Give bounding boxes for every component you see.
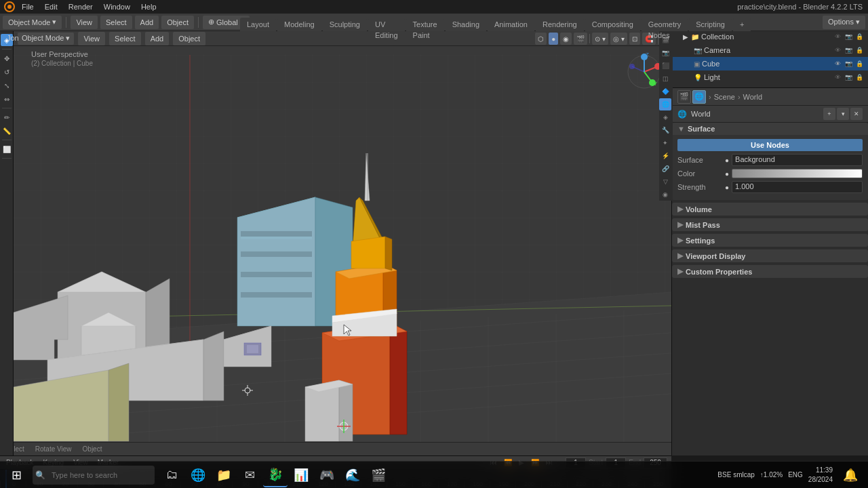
tool-measure[interactable]: 📏 <box>1 125 13 137</box>
taskbar-notifications[interactable]: 🔔 <box>838 463 863 487</box>
rpt-physics[interactable]: ⚡ <box>659 150 671 162</box>
rpt-world[interactable]: 🌐 <box>659 98 671 110</box>
taskbar-edge[interactable]: 🌐 <box>186 463 210 487</box>
outliner-item-cube[interactable]: ▣ Cube 👁 📷 🔒 <box>672 57 868 70</box>
taskbar-premiere[interactable]: 🎬 <box>366 463 391 487</box>
tab-shading[interactable]: Shading <box>446 18 486 31</box>
rpt-view-layer[interactable]: ◫ <box>659 73 671 85</box>
camera-lock[interactable]: 🔒 <box>854 45 864 55</box>
tab-uv-editing[interactable]: UV Editing <box>368 18 405 31</box>
menu-window[interactable]: Window <box>98 0 136 14</box>
rpt-render[interactable]: 📷 <box>659 47 671 59</box>
outliner-item-camera[interactable]: 📷 Camera 👁 📷 🔒 <box>672 43 868 57</box>
tool-rotate[interactable]: ↺ <box>1 66 13 78</box>
vp-select-menu[interactable]: Select <box>109 32 141 45</box>
world-browse[interactable]: ▾ <box>837 108 849 120</box>
surface-section-header[interactable]: ▼ Surface <box>672 123 868 135</box>
vp-render-btn[interactable]: 🎬 <box>574 33 587 45</box>
mist-pass-header[interactable]: ▶ Mist Pass <box>672 218 868 231</box>
settings-section-header[interactable]: ▶ Settings <box>672 234 868 247</box>
orientation-gizmo[interactable]: X Y Z <box>624 52 665 92</box>
rpt-output[interactable]: ⬛ <box>659 60 671 72</box>
collection-cam[interactable]: 📷 <box>844 32 853 41</box>
rpt-data[interactable]: ▽ <box>659 176 671 188</box>
volume-section-header[interactable]: ▶ Volume <box>672 203 868 216</box>
vp-gizmo-btn[interactable]: ◎ ▾ <box>610 33 627 45</box>
world-new[interactable]: + <box>823 108 835 120</box>
tool-transform[interactable]: ⇔ <box>1 93 13 105</box>
tab-add[interactable]: + <box>733 18 751 31</box>
tab-modeling[interactable]: Modeling <box>277 18 321 31</box>
props-scroll[interactable]: ▼ Surface Use Nodes Surface ● Background… <box>672 123 868 455</box>
camera-cam[interactable]: 📷 <box>844 45 853 55</box>
taskbar-files[interactable]: 📁 <box>212 463 236 487</box>
light-lock[interactable]: 🔒 <box>854 73 864 82</box>
rpt-object[interactable]: ◈ <box>659 111 671 123</box>
rpt-particles[interactable]: ✦ <box>659 137 671 149</box>
viewport-3d[interactable]: Object Mode ▾ View Select Add Object ⬡ ●… <box>14 31 671 455</box>
strength-value[interactable]: 1.000 <box>732 181 863 193</box>
tab-layout[interactable]: Layout <box>240 18 276 31</box>
tool-annotate[interactable]: ✏ <box>1 111 13 123</box>
cube-eye[interactable]: 👁 <box>833 59 842 68</box>
outliner-item-light[interactable]: 💡 Light 👁 📷 🔒 <box>672 70 868 84</box>
tool-scale[interactable]: ⤡ <box>1 79 13 92</box>
tab-sculpting[interactable]: Sculpting <box>323 18 367 31</box>
toolbar-view[interactable]: View <box>71 16 98 29</box>
vp-material-btn[interactable]: ◉ <box>560 33 572 45</box>
use-nodes-btn[interactable]: Use Nodes <box>677 139 863 151</box>
tab-scripting[interactable]: Scripting <box>689 18 732 31</box>
rpt-modifier[interactable]: 🔧 <box>659 124 671 136</box>
cube-cam[interactable]: 📷 <box>844 59 853 68</box>
vp-wire-btn[interactable]: ⬡ <box>535 33 547 45</box>
tool-move[interactable]: ✥ <box>1 52 13 64</box>
tab-geometry-nodes[interactable]: Geometry Nodes <box>642 18 688 31</box>
toolbar-select[interactable]: Select <box>100 16 132 29</box>
props-icon-scene[interactable]: 🎬 <box>677 90 691 104</box>
menu-render[interactable]: Render <box>63 0 98 14</box>
collection-eye[interactable]: 👁 <box>833 32 842 41</box>
props-icon-world[interactable]: 🌐 <box>692 90 706 104</box>
light-eye[interactable]: 👁 <box>833 73 842 82</box>
cube-lock[interactable]: 🔒 <box>854 59 864 68</box>
world-unlink[interactable]: ✕ <box>850 108 863 120</box>
rpt-constraints[interactable]: 🔗 <box>659 163 671 175</box>
toolbar-add[interactable]: Add <box>135 16 159 29</box>
taskbar-photoshop[interactable]: 🌊 <box>340 463 365 487</box>
vp-add-menu[interactable]: Add <box>145 32 170 45</box>
collection-lock[interactable]: 🔒 <box>854 32 864 41</box>
vp-object-menu[interactable]: Object <box>173 32 205 45</box>
vp-view-menu[interactable]: View <box>78 32 105 45</box>
viewport-display-header[interactable]: ▶ Viewport Display <box>672 249 868 262</box>
camera-eye[interactable]: 👁 <box>833 45 842 55</box>
taskbar-excel[interactable]: 📊 <box>289 463 313 487</box>
surface-value[interactable]: Background <box>732 154 863 166</box>
taskbar-blender[interactable]: 🐉 <box>263 463 288 487</box>
tool-add-cube[interactable]: ⬜ <box>1 143 13 155</box>
custom-props-header[interactable]: ▶ Custom Properties <box>672 265 868 278</box>
vp-overlay-btn[interactable]: ⊙ ▾ <box>592 33 608 45</box>
taskbar-email[interactable]: ✉ <box>237 463 262 487</box>
taskbar-search[interactable] <box>33 466 155 485</box>
tab-texture-paint[interactable]: Texture Paint <box>406 18 444 31</box>
taskbar-clock[interactable]: 11:39 28/2024 <box>808 466 833 485</box>
taskbar-game[interactable]: 🎮 <box>315 463 339 487</box>
taskbar-explorer[interactable]: 🗂 <box>160 463 184 487</box>
tab-rendering[interactable]: Rendering <box>536 18 584 31</box>
tab-animation[interactable]: Animation <box>488 18 534 31</box>
menu-edit[interactable]: Edit <box>39 0 63 14</box>
outliner-item-collection[interactable]: ▶ 📁 Collection 👁 📷 🔒 <box>672 30 868 43</box>
rpt-material[interactable]: ◉ <box>659 188 671 201</box>
color-swatch[interactable] <box>732 169 863 178</box>
light-cam[interactable]: 📷 <box>844 73 853 82</box>
vp-solid-btn[interactable]: ● <box>549 33 558 45</box>
taskbar-start[interactable]: ⊞ <box>5 464 27 486</box>
toolbar-mode-select[interactable]: Object Mode ▾ <box>3 16 62 29</box>
menu-file[interactable]: File <box>16 0 39 14</box>
vp-mode-select[interactable]: Object Mode ▾ <box>18 33 74 45</box>
menu-help[interactable]: Help <box>136 0 162 14</box>
viewport-options-btn[interactable]: Options ▾ <box>823 16 865 29</box>
tab-compositing[interactable]: Compositing <box>585 18 640 31</box>
vp-xray-btn[interactable]: ⊡ <box>629 33 640 45</box>
toolbar-object[interactable]: Object <box>161 16 194 29</box>
